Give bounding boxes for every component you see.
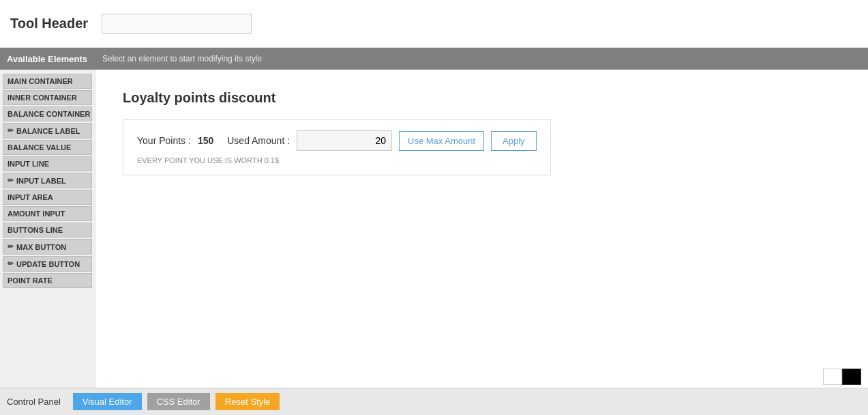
tool-header-label: Tool Header <box>10 16 88 31</box>
your-points-label: Your Points : <box>137 135 191 146</box>
color-picker-area <box>823 369 861 385</box>
sidebar-item-balance-container[interactable]: BALANCE CONTAINER <box>3 106 92 121</box>
apply-button[interactable]: Apply <box>491 131 537 151</box>
sidebar-item-label-input-area: INPUT AREA <box>8 193 53 201</box>
sidebar-item-main-container[interactable]: MAIN CONTAINER <box>3 74 92 89</box>
top-header-area: Tool Header <box>0 0 868 48</box>
color-black-swatch[interactable] <box>842 369 861 385</box>
sidebar-item-amount-input[interactable]: AMOUNT INPUT <box>3 206 92 221</box>
sidebar-item-input-label[interactable]: ✏INPUT LABEL <box>3 173 92 188</box>
your-points-value: 150 <box>198 135 213 146</box>
sidebar-item-label-balance-container: BALANCE CONTAINER <box>8 110 90 118</box>
sidebar-item-label-balance-label: BALANCE LABEL <box>16 127 80 135</box>
reset-style-button[interactable]: Reset Style <box>215 393 280 410</box>
visual-editor-button[interactable]: Visual Editor <box>73 393 142 410</box>
sidebar-item-input-area[interactable]: INPUT AREA <box>3 190 92 205</box>
color-white-swatch[interactable] <box>823 369 842 385</box>
elements-bar: Available Elements Select an element to … <box>0 48 868 70</box>
main-area: MAIN CONTAINERINNER CONTAINERBALANCE CON… <box>0 70 868 388</box>
point-rate-text: EVERY POINT YOU USE IS WORTH 0.1$ <box>137 156 537 164</box>
elements-bar-title: Available Elements <box>7 54 89 64</box>
widget-box: Your Points : 150 Used Amount : Use Max … <box>123 119 551 175</box>
content-panel: Loyalty points discount Your Points : 15… <box>95 70 868 388</box>
sidebar-item-label-buttons-line: BUTTONS LINE <box>8 226 63 234</box>
sidebar-item-label-balance-value: BALANCE VALUE <box>8 143 71 152</box>
sidebar-item-label-update-button: UPDATE BUTTON <box>16 260 80 268</box>
sidebar-item-label-inner-container: INNER CONTAINER <box>8 94 77 102</box>
sidebar-item-point-rate[interactable]: POINT RATE <box>3 273 92 288</box>
sidebar-item-update-button[interactable]: ✏UPDATE BUTTON <box>3 256 92 272</box>
sidebar-item-input-line[interactable]: INPUT LINE <box>3 156 92 171</box>
sidebar: MAIN CONTAINERINNER CONTAINERBALANCE CON… <box>0 70 95 388</box>
sidebar-item-label-main-container: MAIN CONTAINER <box>8 77 73 85</box>
sidebar-item-balance-label[interactable]: ✏BALANCE LABEL <box>3 123 92 139</box>
used-amount-input[interactable] <box>297 130 392 151</box>
edit-icon-update-button: ✏ <box>8 259 14 268</box>
edit-icon-input-label: ✏ <box>8 176 14 185</box>
sidebar-item-label-input-line: INPUT LINE <box>8 160 49 168</box>
sidebar-item-label-amount-input: AMOUNT INPUT <box>8 210 65 218</box>
sidebar-item-label-input-label: INPUT LABEL <box>16 177 66 185</box>
use-max-amount-button[interactable]: Use Max Amount <box>399 131 484 151</box>
sidebar-item-inner-container[interactable]: INNER CONTAINER <box>3 90 92 105</box>
edit-icon-max-button: ✏ <box>8 242 14 251</box>
used-amount-label: Used Amount : <box>227 135 290 146</box>
control-panel-label: Control Panel <box>7 397 61 407</box>
sidebar-item-label-point-rate: POINT RATE <box>8 276 53 285</box>
elements-bar-hint: Select an element to start modifying its… <box>102 54 262 63</box>
sidebar-item-buttons-line[interactable]: BUTTONS LINE <box>3 223 92 238</box>
sidebar-item-max-button[interactable]: ✏MAX BUTTON <box>3 239 92 255</box>
widget-title: Loyalty points discount <box>123 90 841 106</box>
bottom-bar: Control Panel Visual Editor CSS Editor R… <box>0 388 868 415</box>
points-row: Your Points : 150 Used Amount : Use Max … <box>137 130 537 151</box>
sidebar-item-balance-value[interactable]: BALANCE VALUE <box>3 140 92 155</box>
css-editor-button[interactable]: CSS Editor <box>147 393 210 410</box>
tool-header-input[interactable] <box>102 14 252 34</box>
sidebar-item-label-max-button: MAX BUTTON <box>16 243 66 251</box>
edit-icon-balance-label: ✏ <box>8 126 14 135</box>
